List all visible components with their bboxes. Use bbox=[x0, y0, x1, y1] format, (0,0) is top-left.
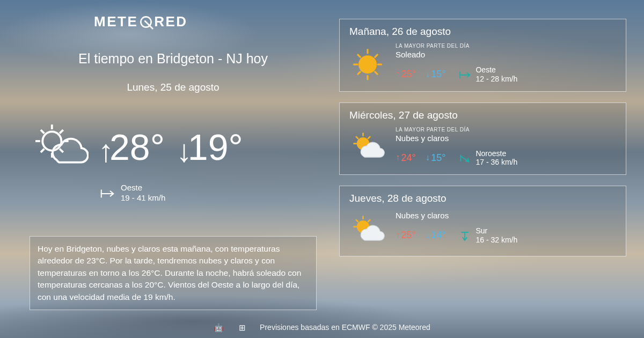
partly-cloudy-icon bbox=[30, 117, 89, 177]
forecast-condition: Nubes y claros bbox=[396, 134, 616, 143]
today-wind: Oeste 19 - 41 km/h bbox=[99, 183, 317, 203]
forecast-hi-value: 24° bbox=[401, 152, 416, 164]
sunny-icon bbox=[349, 45, 386, 82]
arrow-down-icon: ↓ bbox=[426, 152, 430, 163]
forecast-list: Mañana, 26 de agosto bbox=[339, 19, 626, 256]
svg-line-19 bbox=[358, 72, 360, 74]
forecast-temp-high: ↑24° bbox=[396, 152, 416, 164]
wind-direction-icon bbox=[458, 68, 471, 81]
arrow-up-icon: ↑ bbox=[396, 152, 400, 163]
most-of-day-label: LA MAYOR PARTE DEL DÍA bbox=[396, 127, 616, 133]
brand-logo: METE RED bbox=[94, 13, 188, 30]
partly-cloudy-icon bbox=[349, 129, 386, 165]
forecast-temp-low: ↓15° bbox=[426, 69, 446, 80]
forecast-card: Mañana, 26 de agosto bbox=[339, 19, 626, 92]
forecast-lo-value: 15° bbox=[431, 69, 445, 80]
arrow-up-icon: ↑ bbox=[396, 69, 400, 80]
svg-line-33 bbox=[368, 220, 370, 222]
svg-line-26 bbox=[356, 136, 358, 138]
windows-icon: ⊞ bbox=[239, 323, 246, 333]
forecast-wind: Noroeste 17 - 36 km/h bbox=[458, 149, 517, 167]
forecast-condition: Nubes y claros bbox=[396, 211, 616, 220]
forecast-lo-value: 15° bbox=[431, 152, 445, 164]
forecast-wind: Oeste 12 - 28 km/h bbox=[458, 65, 517, 84]
footer: 🤖 ⊞ Previsiones basadas en ECMWF © 2025 … bbox=[0, 323, 644, 333]
arrow-up-icon: ↑ bbox=[396, 230, 400, 241]
svg-point-12 bbox=[358, 55, 377, 74]
svg-line-28 bbox=[461, 156, 469, 161]
svg-line-17 bbox=[358, 55, 360, 57]
today-wind-text: Oeste 19 - 41 km/h bbox=[121, 183, 165, 203]
brand-text-right: RED bbox=[154, 13, 187, 30]
partly-cloudy-icon bbox=[349, 212, 386, 248]
forecast-wind-speed: 16 - 32 km/h bbox=[475, 236, 517, 245]
arrow-down-icon: ↓ bbox=[426, 230, 430, 241]
forecast-wind-speed: 12 - 28 km/h bbox=[475, 75, 517, 84]
forecast-date: Mañana, 26 de agosto bbox=[349, 26, 616, 38]
svg-line-9 bbox=[60, 130, 63, 134]
forecast-wind-dir: Noroeste bbox=[475, 149, 517, 158]
arrow-up-icon: ↑ bbox=[98, 135, 114, 166]
today-wind-speed: 19 - 41 km/h bbox=[121, 193, 165, 203]
brand-mark-icon bbox=[138, 14, 153, 30]
forecast-temp-high: ↑25° bbox=[396, 230, 416, 241]
forecast-hi-value: 25° bbox=[401, 69, 416, 80]
svg-line-8 bbox=[41, 149, 45, 152]
forecast-date: Jueves, 28 de agosto bbox=[349, 193, 616, 204]
today-main-row: ↑28° ↓19° bbox=[30, 117, 317, 177]
svg-line-27 bbox=[368, 136, 370, 138]
svg-line-20 bbox=[375, 55, 377, 57]
platform-icons: 🤖 ⊞ bbox=[214, 323, 246, 333]
today-date: Lunes, 25 de agosto bbox=[30, 82, 317, 93]
arrow-down-icon: ↓ bbox=[426, 69, 430, 80]
temp-low-value: 19° bbox=[188, 127, 243, 167]
forecast-card: Jueves, 28 de agosto N bbox=[339, 186, 626, 256]
android-icon: 🤖 bbox=[214, 323, 224, 333]
temp-high-value: 28° bbox=[109, 127, 165, 167]
forecast-wind-dir: Sur bbox=[475, 226, 517, 236]
forecast-wind: Sur 16 - 32 km/h bbox=[458, 226, 517, 245]
svg-line-32 bbox=[356, 220, 358, 222]
forecast-wind-dir: Oeste bbox=[475, 65, 517, 75]
forecast-hi-value: 25° bbox=[401, 230, 416, 241]
today-temps: ↑28° ↓19° bbox=[98, 129, 243, 165]
today-panel: El tiempo en Bridgeton - NJ hoy Lunes, 2… bbox=[30, 51, 317, 203]
temp-high: ↑28° bbox=[98, 129, 165, 165]
forecast-condition: Soleado bbox=[396, 50, 616, 59]
wind-direction-icon bbox=[458, 229, 471, 242]
most-of-day-label: LA MAYOR PARTE DEL DÍA bbox=[396, 43, 616, 49]
forecast-lo-value: 14° bbox=[431, 230, 445, 241]
wind-direction-icon bbox=[99, 185, 115, 201]
temp-low: ↓19° bbox=[177, 129, 243, 165]
today-summary: Hoy en Bridgeton, nubes y claros esta ma… bbox=[30, 236, 317, 310]
brand-text-left: METE bbox=[94, 13, 138, 30]
forecast-temp-low: ↓14° bbox=[426, 230, 446, 241]
forecast-wind-speed: 17 - 36 km/h bbox=[475, 158, 517, 167]
forecast-temp-low: ↓15° bbox=[426, 152, 446, 164]
arrow-down-icon: ↓ bbox=[177, 135, 192, 166]
page-title: El tiempo en Bridgeton - NJ hoy bbox=[30, 51, 317, 67]
wind-direction-icon bbox=[458, 151, 471, 164]
forecast-temp-high: ↑25° bbox=[396, 69, 416, 80]
svg-line-18 bbox=[375, 72, 377, 74]
today-wind-dir: Oeste bbox=[121, 183, 165, 193]
forecast-card: Miércoles, 27 de agosto bbox=[339, 102, 626, 175]
svg-line-6 bbox=[41, 130, 45, 134]
footer-text: Previsiones basadas en ECMWF © 2025 Mete… bbox=[260, 323, 430, 332]
forecast-date: Miércoles, 27 de agosto bbox=[349, 109, 616, 121]
